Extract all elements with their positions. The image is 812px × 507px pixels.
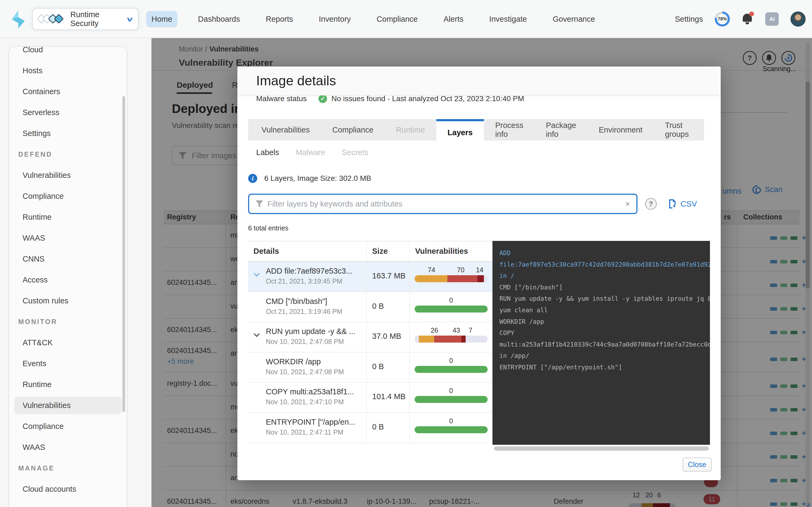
sidebar-item-defend-waas[interactable]: WAAS — [9, 227, 127, 248]
ok-bar — [415, 426, 488, 433]
tab-runtime: Runtime — [385, 119, 436, 140]
code-line: multi:a253af18f1b4210339c744c9aa7a0d0708… — [499, 339, 710, 350]
expand-chevron-icon[interactable] — [254, 331, 260, 337]
severity-bar — [415, 336, 488, 343]
code-line: in /app/ — [499, 350, 710, 361]
check-circle-icon: ✓ — [318, 96, 327, 103]
layer-row[interactable]: ADD file:7aef897e53c3... Oct 21, 2021, 3… — [248, 262, 493, 292]
zero-count: 0 — [415, 296, 488, 305]
sidebar-item-attck[interactable]: ATT&CK — [9, 332, 127, 353]
sidebar-item-hosts[interactable]: Hosts — [9, 60, 127, 81]
nav-item-alerts[interactable]: Alerts — [438, 11, 469, 27]
severity-counts: 747014 — [415, 266, 488, 275]
tab-layers[interactable]: Layers — [436, 119, 484, 144]
csv-export-button[interactable]: CSV — [669, 199, 697, 209]
sidebar-item-serverless[interactable]: Serverless — [9, 102, 127, 123]
layers-table: Details Size Vulnerabilities ADD file:7a… — [248, 241, 493, 443]
usage-gauge[interactable]: 78% — [715, 11, 730, 26]
ai-copilot-icon[interactable]: AI — [765, 12, 779, 26]
ok-bar — [415, 396, 488, 403]
layer-row[interactable]: CMD ["/bin/bash"] Oct 21, 2021, 3:19:46 … — [248, 292, 493, 323]
sidebar-item-monitor-vulnerabilities[interactable]: Vulnerabilities — [9, 395, 127, 416]
nav-utilities: Settings 78% AI — [675, 0, 806, 38]
code-panel-hscrollbar[interactable] — [494, 446, 709, 451]
csv-file-icon — [669, 199, 677, 209]
modal-body: Malware status ✓ No issues found - Last … — [237, 96, 721, 480]
total-entries: 6 total entries — [248, 224, 288, 232]
layer-row[interactable]: RUN yum update -y && ... Nov 10, 2021, 2… — [248, 322, 493, 352]
filter-help-icon[interactable]: ? — [645, 198, 657, 210]
code-line: CMD ["/bin/bash"] — [499, 282, 710, 293]
layer-row[interactable]: WORKDIR /app Nov 10, 2021, 2:47:08 PM 0 … — [248, 352, 493, 383]
notification-dot — [749, 11, 754, 16]
product-diamonds-icon — [38, 14, 66, 24]
col-vulnerabilities[interactable]: Vulnerabilities — [415, 247, 468, 256]
sidebar-item-defend-compliance[interactable]: Compliance — [9, 186, 127, 207]
code-line: COPY — [499, 327, 710, 339]
ok-bar — [415, 366, 488, 373]
sidebar-item-cnns[interactable]: CNNS — [9, 248, 127, 269]
code-line: ENTRYPOINT ["/app/entrypoint.sh"] — [499, 361, 710, 373]
nav-item-inventory[interactable]: Inventory — [313, 11, 356, 27]
sidebar-item-access[interactable]: Access — [9, 269, 127, 290]
nav-item-dashboards[interactable]: Dashboards — [193, 11, 245, 27]
user-avatar[interactable] — [791, 11, 806, 26]
col-details[interactable]: Details — [253, 247, 279, 256]
nav-item-reports[interactable]: Reports — [260, 11, 299, 27]
sidebar-item-events[interactable]: Events — [9, 353, 127, 374]
expand-chevron-icon[interactable] — [254, 271, 260, 277]
clear-filter-icon[interactable]: × — [625, 199, 630, 209]
sidebar-item-containers[interactable]: Containers — [9, 81, 127, 102]
sidebar: Cloud Hosts Containers Serverless Settin… — [0, 38, 151, 507]
notifications-bell-icon[interactable] — [742, 13, 754, 25]
modal-subtabs: Labels Malware Secrets — [256, 148, 368, 157]
chevron-down-icon: v — [127, 15, 133, 23]
dockerfile-code-panel: ADD file:7aef897e53c30ca977c42dd7692208a… — [493, 241, 710, 445]
nav-item-investigate[interactable]: Investigate — [484, 11, 532, 27]
subtab-secrets: Secrets — [342, 148, 368, 157]
malware-status-value: No issues found - Last analyzed Oct 23, … — [332, 96, 524, 103]
col-size[interactable]: Size — [372, 247, 388, 256]
filter-funnel-icon — [256, 201, 263, 207]
sidebar-item-defend-runtime[interactable]: Runtime — [9, 207, 127, 227]
ok-bar — [415, 305, 488, 313]
tab-compliance[interactable]: Compliance — [321, 119, 385, 140]
sidebar-item-logs[interactable]: Logs — [9, 500, 127, 507]
sidebar-item-cloud-accounts[interactable]: Cloud accounts — [9, 478, 127, 500]
malware-status-row: Malware status ✓ No issues found - Last … — [256, 96, 524, 103]
nav-item-governance[interactable]: Governance — [547, 11, 600, 27]
sidebar-scrollbar[interactable] — [122, 96, 125, 412]
layer-row[interactable]: ENTRYPOINT ["/app/en... Nov 10, 2021, 2:… — [248, 413, 493, 443]
sidebar-item-settings[interactable]: Settings — [9, 123, 127, 144]
code-line: yum clean all — [499, 304, 710, 316]
sidebar-item-monitor-runtime[interactable]: Runtime — [9, 374, 127, 395]
product-switcher[interactable]: Runtime Security v — [32, 8, 139, 30]
layer-row[interactable]: COPY multi:a253af18f1... Nov 10, 2021, 2… — [248, 383, 493, 413]
zero-count: 0 — [415, 357, 488, 366]
tab-process-info[interactable]: Process info — [484, 119, 535, 140]
tab-environment[interactable]: Environment — [588, 119, 654, 140]
layers-filter-input[interactable] — [267, 200, 621, 209]
brand-logo-icon[interactable] — [11, 10, 25, 29]
layers-filter: × — [248, 194, 638, 214]
malware-status-label: Malware status — [256, 96, 307, 103]
tab-trust-groups[interactable]: Trust groups — [654, 119, 704, 140]
subtab-malware: Malware — [296, 148, 325, 157]
nav-item-compliance[interactable]: Compliance — [371, 11, 423, 27]
sidebar-item-cloud[interactable]: Cloud — [9, 46, 127, 60]
layers-summary-row: i 6 Layers, Image Size: 302.0 MB — [248, 174, 371, 183]
close-button[interactable]: Close — [682, 458, 712, 471]
tab-package-info[interactable]: Package info — [535, 119, 588, 140]
sidebar-section-manage: MANAGE — [9, 458, 127, 478]
subtab-labels[interactable]: Labels — [256, 148, 279, 157]
info-icon: i — [248, 174, 257, 183]
code-line: file:7aef897e53c30ca977c42dd7692208abbd3… — [499, 259, 710, 270]
sidebar-item-monitor-waas[interactable]: WAAS — [9, 437, 127, 458]
settings-link[interactable]: Settings — [675, 15, 703, 23]
tab-vulnerabilities[interactable]: Vulnerabilities — [250, 119, 321, 140]
sidebar-item-custom-rules[interactable]: Custom rules — [9, 290, 127, 311]
sidebar-item-monitor-compliance[interactable]: Compliance — [9, 416, 127, 437]
sidebar-item-defend-vulnerabilities[interactable]: Vulnerabilities — [9, 165, 127, 186]
sidebar-section-defend: DEFEND — [9, 144, 127, 165]
nav-item-home[interactable]: Home — [146, 11, 177, 27]
